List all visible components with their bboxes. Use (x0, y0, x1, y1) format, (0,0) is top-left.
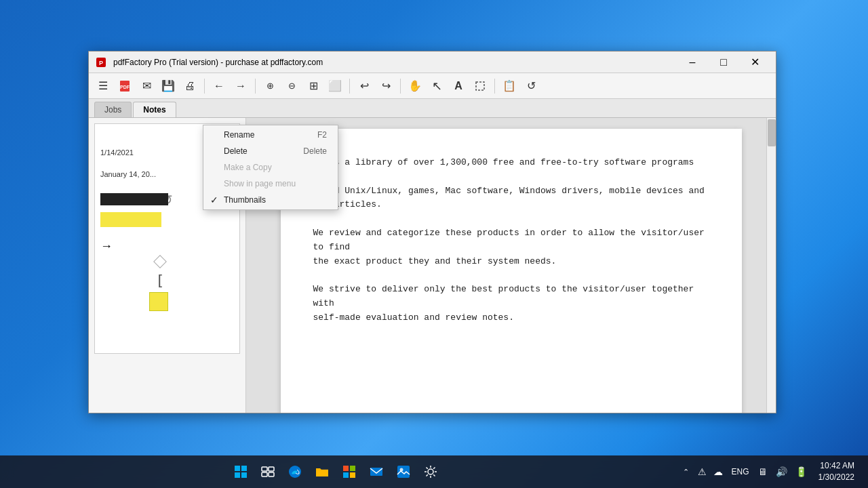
clock-time: 10:42 AM (818, 460, 854, 472)
context-delete[interactable]: Delete Delete (203, 143, 338, 159)
file-explorer-button[interactable] (310, 460, 334, 484)
svg-rect-12 (269, 472, 274, 476)
thumbnails-label: Thumbnails (224, 195, 266, 205)
select-button[interactable]: ↖ (427, 77, 447, 96)
clock-date: 1/30/2022 (818, 472, 854, 483)
svg-rect-19 (397, 466, 410, 478)
app-window: P pdfFactory Pro (Trial version) - purch… (88, 51, 776, 413)
print-button[interactable]: 🖨 (180, 77, 200, 96)
tab-notes[interactable]: Notes (133, 102, 176, 117)
svg-rect-17 (350, 472, 355, 478)
settings-button[interactable] (418, 460, 443, 484)
battery-tray-icon[interactable]: 🔋 (793, 465, 809, 479)
titlebar-controls: – □ ✕ (677, 52, 770, 73)
delete-label: Delete (224, 146, 248, 156)
doc-paragraph-3: We strive to deliver only the best produ… (313, 283, 709, 325)
mail-button[interactable] (364, 460, 389, 484)
refresh-button[interactable]: ↺ (521, 77, 541, 96)
close-button[interactable]: ✕ (739, 52, 770, 73)
rename-label: Rename (224, 130, 254, 140)
pdf-button[interactable]: PDF (115, 77, 135, 96)
thumbnail-sticky: ≡≡ (149, 292, 168, 311)
toolbar-separator-2 (255, 79, 256, 94)
scrollbar[interactable] (766, 118, 776, 413)
context-rename[interactable]: Rename F2 (203, 127, 338, 143)
toolbar-separator-4 (400, 79, 401, 94)
back-button[interactable]: ← (209, 77, 229, 96)
window-title: pdfFactory Pro (Trial version) - purchas… (113, 58, 677, 67)
redo-button[interactable]: ↪ (376, 77, 396, 96)
thumbnail-arrow: → (100, 239, 113, 253)
taskview-button[interactable] (256, 460, 280, 484)
forward-button[interactable]: → (231, 77, 251, 96)
taskbar-tray: ⚠ ☁ (696, 465, 725, 479)
app-icon: P (94, 56, 108, 69)
context-thumbnails[interactable]: ✓ Thumbnails (203, 192, 338, 208)
context-show-in-page-menu: Show in page menu (203, 176, 338, 192)
tabs-bar: Jobs Notes (89, 99, 776, 118)
taskbar-right: ⌃ ⚠ ☁ ENG 🖥 🔊 🔋 10:42 AM 1/30/2022 (672, 460, 868, 483)
tab-jobs[interactable]: Jobs (94, 102, 132, 117)
svg-point-21 (428, 469, 433, 474)
svg-rect-14 (343, 466, 349, 471)
svg-rect-16 (343, 472, 349, 478)
tray-chevron[interactable]: ⌃ (680, 465, 692, 479)
svg-text:P: P (99, 60, 103, 66)
thumbnail-diamond (153, 255, 167, 268)
fit-button[interactable]: ⬜ (325, 77, 345, 96)
titlebar: P pdfFactory Pro (Trial version) - purch… (89, 52, 776, 73)
minimize-button[interactable]: – (677, 52, 708, 73)
photos-button[interactable] (391, 460, 416, 484)
delete-shortcut: Delete (303, 146, 327, 156)
save-button[interactable]: 💾 (158, 77, 178, 96)
svg-rect-11 (262, 472, 267, 476)
warning-tray-icon[interactable]: ⚠ (696, 465, 709, 479)
context-make-copy: Make a Copy (203, 159, 338, 176)
thumbnail-yellow-bar (100, 212, 161, 227)
thumbnail-bracket: [ (155, 272, 164, 289)
doc-paragraph-2: We review and categorize these products … (313, 226, 709, 268)
doc-paragraph-1: ia is a library of over 1,300,000 free a… (313, 156, 709, 212)
thumbnail-date1: 1/14/2021 (100, 148, 134, 157)
taskbar: ⌃ ⚠ ☁ ENG 🖥 🔊 🔋 10:42 AM 1/30/2022 (0, 455, 868, 488)
menu-button[interactable]: ☰ (93, 77, 113, 96)
svg-rect-5 (235, 466, 240, 471)
svg-rect-10 (269, 467, 274, 471)
svg-rect-6 (241, 466, 247, 471)
grid-button[interactable]: ⊞ (303, 77, 323, 96)
scrollbar-thumb[interactable] (768, 119, 776, 146)
toolbar-separator-1 (204, 79, 205, 94)
taskbar-left (0, 460, 672, 484)
context-menu: Rename F2 Delete Delete Make a Copy Show… (203, 125, 338, 210)
volume-tray-icon[interactable]: 🔊 (774, 465, 789, 479)
show-in-page-menu-label: Show in page menu (224, 179, 296, 188)
zoom-out-button[interactable]: ⊖ (281, 77, 302, 96)
text-button[interactable]: A (448, 77, 469, 96)
copy-button[interactable]: 📋 (499, 77, 519, 96)
taskbar-clock[interactable]: 10:42 AM 1/30/2022 (813, 460, 860, 483)
main-area: ✓ 1/14/2021 January 14, 20... ↺ → [ (89, 118, 776, 413)
zoom-in-button[interactable]: ⊕ (260, 77, 280, 96)
doc-page: ia is a library of over 1,300,000 free a… (281, 129, 742, 413)
crop-button[interactable] (470, 77, 490, 96)
svg-rect-7 (235, 472, 240, 478)
toolbar: ☰ PDF ✉ 💾 🖨 ← → ⊕ ⊖ ⊞ ⬜ ↩ ↪ ✋ ↖ A (89, 73, 776, 99)
edge-button[interactable] (283, 460, 307, 484)
cloud-tray-icon[interactable]: ☁ (711, 465, 725, 479)
email-button[interactable]: ✉ (136, 77, 157, 96)
svg-rect-4 (476, 82, 484, 90)
make-copy-label: Make a Copy (224, 163, 272, 172)
undo-button[interactable]: ↩ (354, 77, 374, 96)
svg-rect-8 (241, 472, 247, 478)
hand-button[interactable]: ✋ (405, 77, 425, 96)
start-button[interactable] (229, 460, 253, 484)
svg-text:PDF: PDF (120, 85, 130, 89)
thumbnails-checkmark-icon: ✓ (210, 195, 218, 205)
thumbnail-black-bar (100, 193, 168, 205)
svg-rect-9 (262, 467, 267, 471)
monitor-tray-icon[interactable]: 🖥 (756, 465, 770, 479)
store-button[interactable] (337, 460, 361, 484)
language-indicator[interactable]: ENG (729, 467, 752, 476)
svg-rect-18 (370, 468, 382, 476)
maximize-button[interactable]: □ (708, 52, 739, 73)
